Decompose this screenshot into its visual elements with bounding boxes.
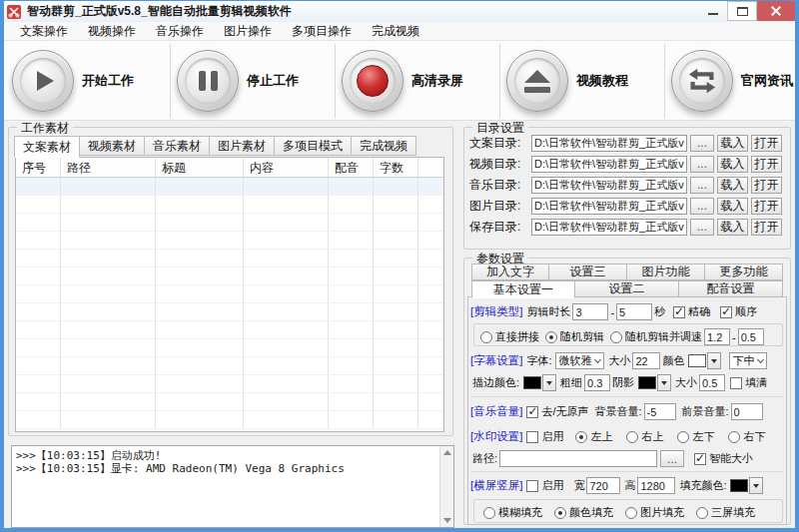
open-button[interactable]: 打开: [751, 177, 782, 194]
col-title[interactable]: 标题: [156, 158, 244, 177]
menu-item-music-ops[interactable]: 音乐操作: [146, 22, 214, 41]
dropdown-arrow-icon[interactable]: [749, 477, 763, 494]
direct-join-radio[interactable]: 直接拼接: [480, 329, 539, 344]
music-directory-input[interactable]: [531, 177, 687, 194]
random-speed-radio[interactable]: 随机剪辑并调速: [610, 329, 702, 344]
image-fill-radio[interactable]: 图片填充: [625, 505, 684, 520]
official-news-button[interactable]: 官网资讯: [671, 41, 793, 121]
tab-basic-settings-1[interactable]: 基本设置一: [471, 280, 575, 298]
open-button[interactable]: 打开: [751, 156, 782, 173]
height-input[interactable]: [637, 477, 675, 494]
load-button[interactable]: 载入: [717, 198, 748, 215]
minimize-button[interactable]: [699, 1, 727, 21]
dropdown-arrow-icon[interactable]: [657, 374, 671, 391]
accurate-checkbox[interactable]: 精确: [673, 304, 710, 319]
fill-checkbox[interactable]: 填满: [730, 375, 767, 390]
menu-item-copy-ops[interactable]: 文案操作: [10, 22, 78, 41]
tab-image-materials[interactable]: 图片素材: [210, 136, 275, 156]
tab-copy-materials[interactable]: 文案素材: [14, 136, 80, 158]
open-button[interactable]: 打开: [751, 219, 782, 236]
order-checkbox[interactable]: 顺序: [720, 304, 757, 319]
menu-item-finish-video[interactable]: 完成视频: [362, 22, 429, 41]
video-tutorial-button[interactable]: 视频教程: [506, 41, 628, 121]
save-directory-input[interactable]: [531, 219, 687, 236]
load-button[interactable]: 载入: [717, 135, 748, 152]
browse-button[interactable]: ...: [690, 156, 714, 173]
col-path[interactable]: 路径: [61, 158, 156, 177]
outline-color-picker[interactable]: [523, 374, 556, 391]
speed-min-input[interactable]: [704, 328, 730, 345]
watermark-enable-checkbox[interactable]: 启用: [526, 429, 563, 444]
browse-button[interactable]: ...: [690, 177, 714, 194]
close-button[interactable]: [757, 1, 795, 21]
screen-record-button[interactable]: 高清录屏: [342, 41, 463, 121]
tab-dubbing-settings[interactable]: 配音设置: [679, 280, 783, 297]
color-fill-radio[interactable]: 颜色填充: [554, 505, 613, 520]
materials-table[interactable]: 序号 路径 标题 内容 配音 字数: [15, 157, 444, 432]
log-scrollbar[interactable]: [439, 446, 453, 527]
watermark-path-input[interactable]: [499, 450, 657, 467]
video-directory-input[interactable]: [531, 156, 687, 173]
browse-button[interactable]: ...: [690, 198, 714, 215]
bg-volume-input[interactable]: [644, 403, 676, 420]
menu-item-multiproject-ops[interactable]: 多项目操作: [282, 22, 362, 41]
open-button[interactable]: 打开: [751, 135, 782, 152]
shadow-color-picker[interactable]: [638, 374, 671, 391]
image-directory-input[interactable]: [531, 198, 687, 215]
watermark-bottomleft-radio[interactable]: 左下: [677, 429, 714, 444]
font-size-input[interactable]: [632, 352, 660, 369]
col-content[interactable]: 内容: [244, 158, 329, 177]
open-button[interactable]: 打开: [751, 198, 782, 215]
tab-more-functions[interactable]: 更多功能: [705, 264, 783, 280]
watermark-bottomright-radio[interactable]: 右下: [728, 429, 765, 444]
outline-width-input[interactable]: [584, 374, 610, 391]
width-input[interactable]: [586, 477, 620, 494]
tab-settings-3[interactable]: 设置三: [549, 264, 627, 280]
watermark-topleft-radio[interactable]: 左上: [575, 429, 612, 444]
tab-finished-video[interactable]: 完成视频: [352, 136, 416, 156]
tab-add-text[interactable]: 加入文字: [471, 264, 549, 280]
watermark-topright-radio[interactable]: 右上: [626, 429, 663, 444]
smart-size-checkbox[interactable]: 智能大小: [694, 451, 753, 466]
browse-button[interactable]: ...: [690, 135, 714, 152]
col-dubbing[interactable]: 配音: [329, 158, 374, 177]
copy-directory-label: 文案目录:: [469, 135, 531, 152]
tab-settings-2[interactable]: 设置二: [575, 280, 679, 297]
scroll-up-icon[interactable]: [440, 446, 453, 459]
log-console[interactable]: >>>【10:03:15】启动成功! >>>【10:03:15】显卡: AMD …: [11, 445, 454, 528]
tab-image-functions[interactable]: 图片功能: [627, 264, 705, 280]
triple-screen-fill-radio[interactable]: 三屏填充: [696, 505, 755, 520]
clip-max-input[interactable]: [616, 303, 652, 320]
browse-button[interactable]: ...: [690, 219, 714, 236]
load-button[interactable]: 载入: [717, 177, 748, 194]
subtitle-color-picker[interactable]: [688, 352, 721, 369]
menu-item-image-ops[interactable]: 图片操作: [214, 22, 282, 41]
random-clip-radio[interactable]: 随机剪辑: [545, 329, 604, 344]
copy-directory-input[interactable]: [531, 135, 687, 152]
load-button[interactable]: 载入: [717, 219, 748, 236]
dropdown-arrow-icon[interactable]: [542, 374, 556, 391]
subtitle-position-select[interactable]: 下中: [729, 352, 767, 369]
fg-volume-input[interactable]: [731, 403, 763, 420]
scroll-down-icon[interactable]: [440, 514, 453, 527]
load-button[interactable]: 载入: [717, 156, 748, 173]
maximize-button[interactable]: [727, 1, 757, 21]
dropdown-arrow-icon[interactable]: [707, 352, 721, 369]
menu-item-video-ops[interactable]: 视频操作: [78, 22, 146, 41]
stop-work-button[interactable]: 停止工作: [177, 41, 299, 121]
col-wordcount[interactable]: 字数: [374, 158, 418, 177]
shadow-size-input[interactable]: [699, 374, 725, 391]
clip-min-input[interactable]: [572, 303, 608, 320]
font-select[interactable]: 微软雅: [555, 352, 604, 369]
start-work-button[interactable]: 开始工作: [12, 41, 134, 121]
tab-music-materials[interactable]: 音乐素材: [145, 136, 210, 156]
tab-multiproject-mode[interactable]: 多项目模式: [275, 136, 352, 156]
mute-original-checkbox[interactable]: 去/无原声: [526, 404, 588, 419]
browse-button[interactable]: ...: [660, 450, 684, 467]
screen-enable-checkbox[interactable]: 启用: [526, 478, 563, 493]
blur-fill-radio[interactable]: 模糊填充: [483, 505, 542, 520]
col-index[interactable]: 序号: [16, 158, 61, 177]
tab-video-materials[interactable]: 视频素材: [80, 136, 145, 156]
speed-max-input[interactable]: [738, 328, 764, 345]
fill-color-picker[interactable]: [730, 477, 763, 494]
